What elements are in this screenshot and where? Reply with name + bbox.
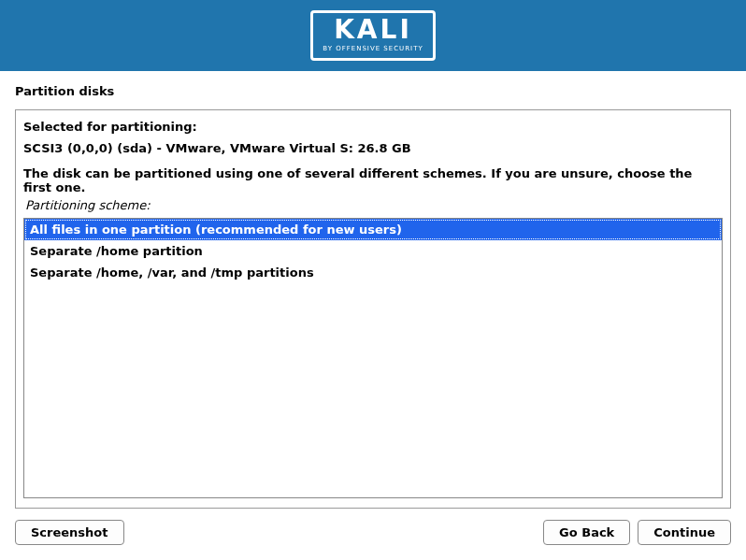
screenshot-button[interactable]: Screenshot (15, 520, 124, 545)
logo-subtitle: BY OFFENSIVE SECURITY (323, 45, 423, 52)
partitioning-option[interactable]: Separate /home, /var, and /tmp partition… (24, 262, 722, 283)
continue-button[interactable]: Continue (638, 520, 731, 545)
logo-text: KALI (323, 17, 423, 43)
partition-description: The disk can be partitioned using one of… (23, 166, 723, 194)
selected-for-partitioning-label: Selected for partitioning: (23, 120, 723, 134)
header-banner: KALI BY OFFENSIVE SECURITY (0, 0, 746, 71)
kali-logo: KALI BY OFFENSIVE SECURITY (310, 10, 435, 61)
disk-info: SCSI3 (0,0,0) (sda) - VMware, VMware Vir… (23, 141, 723, 155)
partitioning-option[interactable]: All files in one partition (recommended … (24, 219, 722, 240)
content-panel: Selected for partitioning: SCSI3 (0,0,0)… (15, 109, 731, 509)
partitioning-scheme-list[interactable]: All files in one partition (recommended … (23, 218, 723, 498)
page-title: Partition disks (0, 71, 746, 109)
go-back-button[interactable]: Go Back (543, 520, 630, 545)
button-bar: Screenshot Go Back Continue (0, 509, 746, 560)
partitioning-option[interactable]: Separate /home partition (24, 240, 722, 262)
partitioning-scheme-label: Partitioning scheme: (23, 198, 723, 212)
